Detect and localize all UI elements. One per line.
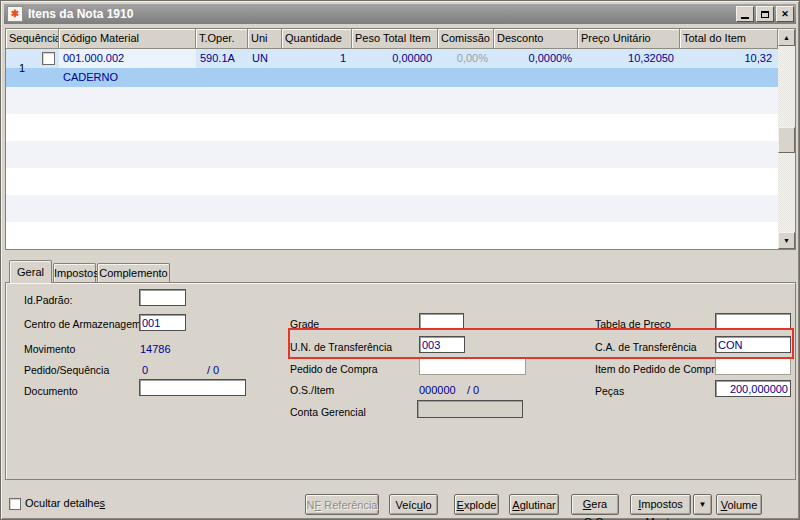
- tab-complemento[interactable]: Complemento: [97, 263, 170, 283]
- column-header-t-oper[interactable]: T.Oper.: [196, 29, 248, 49]
- items-grid: SequênciaCódigo MaterialT.Oper.UniQuanti…: [5, 28, 796, 250]
- tab-impostos[interactable]: Impostos: [53, 263, 96, 283]
- scroll-down-button[interactable]: ▼: [778, 232, 795, 249]
- maximize-button[interactable]: [756, 6, 774, 22]
- tab-geral[interactable]: Geral: [9, 260, 52, 283]
- item-pedido-compra-input[interactable]: [715, 358, 791, 375]
- aglutinar-button[interactable]: Aglutinar: [509, 494, 559, 515]
- window-itens-da-nota: ✱ Itens da Nota 1910 ✕ SequênciaCódigo M…: [0, 0, 800, 520]
- column-header-sequencia[interactable]: Sequência: [6, 29, 59, 49]
- ca-transferencia-label: C.A. de Transferência: [595, 339, 697, 356]
- cell-comissao[interactable]: 0,00%: [438, 49, 494, 68]
- veiculo-button[interactable]: Veículo: [389, 494, 438, 515]
- close-icon: ✕: [781, 10, 789, 19]
- ca-transferencia-input[interactable]: [715, 336, 791, 353]
- cell-total-do-item[interactable]: 10,32: [680, 49, 778, 68]
- dropdown-arrow-icon: ▼: [699, 500, 707, 509]
- un-transferencia-label: U.N. de Transferência: [290, 339, 392, 356]
- row-checkbox[interactable]: [42, 52, 55, 65]
- centro-armazenagem-input[interactable]: [139, 314, 186, 331]
- pedido-sequencia-value2: / 0: [207, 362, 219, 379]
- column-header-codigo-material[interactable]: Código Material: [59, 29, 196, 49]
- maximize-icon: [761, 11, 769, 18]
- volume-button[interactable]: Volume: [716, 494, 762, 515]
- pedido-compra-input[interactable]: [419, 358, 526, 375]
- documento-input[interactable]: [139, 379, 246, 396]
- item-pedido-compra-label: Item do Pedido de Compra: [595, 361, 721, 378]
- table-row-selected-line2[interactable]: [6, 68, 778, 87]
- window-controls: ✕: [734, 6, 794, 22]
- close-button[interactable]: ✕: [776, 6, 794, 22]
- column-header-total-do-item[interactable]: Total do Item: [680, 29, 778, 49]
- column-header-comissao[interactable]: Comissão: [438, 29, 494, 49]
- window-title: Itens da Nota 1910: [28, 7, 133, 21]
- ocultar-detalhes-label-pre: Ocultar detalhe: [25, 497, 100, 509]
- pecas-label: Peças: [595, 383, 624, 400]
- scrollbar-thumb[interactable]: [778, 127, 795, 153]
- minimize-icon: [741, 17, 749, 19]
- pedido-compra-label: Pedido de Compra: [290, 361, 378, 378]
- cell-preco-unitario[interactable]: 10,32050: [578, 49, 680, 68]
- pedido-sequencia-label: Pedido/Sequência: [24, 362, 109, 379]
- os-item-label: O.S./Item: [290, 382, 334, 399]
- ocultar-detalhes-checkbox[interactable]: [9, 498, 21, 510]
- id-padrao-label: Id.Padrão:: [24, 292, 72, 309]
- minimize-button[interactable]: [736, 6, 754, 22]
- tab-panel-geral: Id.Padrão: Centro de Armazenagem Movimen…: [5, 282, 796, 480]
- pedido-sequencia-value: 0: [142, 362, 148, 379]
- os-item-value: 000000: [419, 382, 456, 399]
- scroll-up-button[interactable]: ▲: [778, 29, 795, 46]
- cell-sequencia[interactable]: 1: [12, 49, 32, 87]
- ocultar-detalhes-label-key: s: [100, 497, 106, 509]
- impostos-movto-dropdown-button[interactable]: ▼: [693, 494, 712, 515]
- titlebar[interactable]: ✱ Itens da Nota 1910 ✕: [4, 4, 796, 24]
- nf-referencia-button: NF Referência: [305, 494, 379, 515]
- un-transferencia-input[interactable]: [419, 336, 465, 353]
- cell-codigo-material[interactable]: 001.000.002: [63, 49, 124, 68]
- tabela-preco-label: Tabela de Preço: [595, 316, 671, 333]
- grid-vertical-scrollbar[interactable]: ▲ ▼: [778, 29, 795, 249]
- movimento-value: 14786: [140, 341, 171, 358]
- cell-quantidade[interactable]: 1: [282, 49, 352, 68]
- cell-peso-total-item[interactable]: 0,00000: [352, 49, 438, 68]
- gera-oc-button[interactable]: Gera O.C.: [571, 494, 619, 515]
- pecas-input[interactable]: [715, 380, 791, 397]
- conta-gerencial-input: [417, 400, 523, 418]
- column-header-preco-unitario[interactable]: Preço Unitário: [578, 29, 680, 49]
- grid-header: SequênciaCódigo MaterialT.Oper.UniQuanti…: [6, 29, 778, 49]
- column-header-uni[interactable]: Uni: [248, 29, 282, 49]
- column-header-desconto[interactable]: Desconto: [494, 29, 578, 49]
- centro-armazenagem-label: Centro de Armazenagem: [24, 316, 141, 333]
- column-header-peso-total-item[interactable]: Peso Total Item: [352, 29, 438, 49]
- cell-t-oper[interactable]: 590.1A: [200, 49, 235, 68]
- impostos-movto-button[interactable]: Impostos Movto: [630, 494, 691, 515]
- grade-input[interactable]: [419, 313, 464, 330]
- scroll-down-icon: ▼: [783, 237, 790, 244]
- explode-button[interactable]: Explode: [454, 494, 499, 515]
- tabela-preco-input[interactable]: [715, 313, 791, 330]
- column-header-quantidade[interactable]: Quantidade: [282, 29, 352, 49]
- cell-descricao-material[interactable]: CADERNO: [63, 68, 118, 87]
- conta-gerencial-label: Conta Gerencial: [290, 404, 366, 421]
- app-logo-icon: ✱: [7, 6, 23, 22]
- ocultar-detalhes-label: Ocultar detalhes: [25, 497, 105, 509]
- cell-uni[interactable]: UN: [252, 49, 268, 68]
- movimento-label: Movimento: [24, 341, 75, 358]
- scroll-up-icon: ▲: [783, 34, 790, 41]
- grid-empty-area: [6, 87, 778, 249]
- cell-desconto[interactable]: 0,0000%: [494, 49, 578, 68]
- documento-label: Documento: [24, 383, 78, 400]
- os-item-value2: / 0: [467, 382, 479, 399]
- id-padrao-input[interactable]: [139, 289, 186, 306]
- grade-label: Grade: [290, 316, 319, 333]
